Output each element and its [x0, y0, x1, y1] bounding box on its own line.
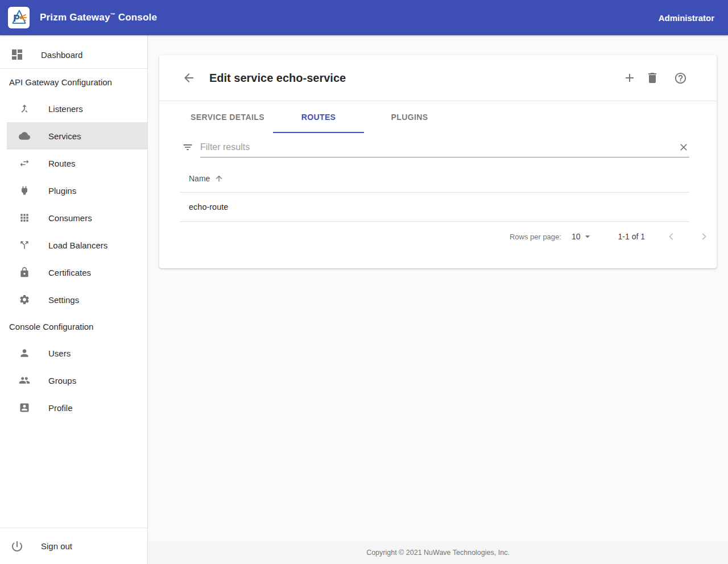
table-row[interactable]: echo-route — [180, 193, 689, 222]
pagination-bar: Rows per page: 10 1-1 of 1 — [180, 222, 711, 251]
plus-icon — [623, 71, 636, 85]
filter-field — [200, 136, 689, 157]
sidebar-item-groups[interactable]: Groups — [0, 367, 147, 394]
trash-icon — [646, 71, 659, 85]
sidebar-item-listeners[interactable]: Listeners — [0, 95, 147, 122]
sidebar-section-console-config: Console Configuration — [0, 313, 147, 339]
sidebar-item-routes[interactable]: Routes — [0, 150, 147, 177]
sidebar-item-label: Consumers — [48, 213, 92, 223]
swap-horiz-icon — [19, 157, 30, 169]
call-split-icon — [19, 239, 30, 251]
sidebar-item-label: Groups — [48, 376, 76, 385]
sidebar-item-label: Routes — [48, 159, 76, 168]
help-button[interactable] — [674, 72, 687, 85]
rows-per-page-select[interactable]: 10 — [572, 231, 593, 242]
prizm-logo-icon: P — [8, 7, 30, 28]
sidebar-item-label: Dashboard — [41, 50, 82, 60]
chevron-left-icon — [664, 230, 678, 243]
copyright-text: Copyright © 2021 NuWave Technologies, In… — [366, 549, 510, 557]
rows-per-page-label: Rows per page: — [510, 233, 561, 241]
sidebar-item-label: Listeners — [48, 104, 83, 114]
sidebar-item-load-balancers[interactable]: Load Balancers — [0, 231, 147, 259]
pagination-range-label: 1-1 of 1 — [618, 232, 645, 241]
sidebar-item-users[interactable]: Users — [0, 339, 147, 367]
page-title: Edit service echo-service — [209, 72, 346, 85]
power-icon — [10, 540, 24, 553]
help-icon — [674, 72, 687, 85]
sidebar-item-settings[interactable]: Settings — [0, 286, 147, 313]
arrow-drop-down-icon — [582, 231, 593, 242]
routes-table: Name echo-route — [180, 164, 689, 222]
filter-row — [182, 136, 689, 157]
cloud-icon — [19, 130, 30, 142]
svg-text:P: P — [13, 13, 19, 24]
sidebar-item-dashboard[interactable]: Dashboard — [0, 41, 147, 68]
sidebar-item-certificates[interactable]: Certificates — [0, 259, 147, 286]
add-route-button[interactable] — [623, 71, 636, 85]
call-merge-icon — [19, 103, 30, 114]
sidebar-item-label: Users — [48, 349, 71, 358]
sidebar-item-label: Settings — [48, 295, 79, 305]
sidebar-item-label: Certificates — [48, 268, 91, 277]
arrow-back-icon — [182, 71, 196, 85]
app-title: Prizm Gateway™ Console — [40, 12, 157, 23]
gear-icon — [19, 294, 30, 305]
sidebar-item-plugins[interactable]: Plugins — [0, 177, 147, 204]
column-header-name[interactable]: Name — [189, 174, 210, 183]
next-page-button[interactable] — [697, 230, 711, 243]
arrow-upward-icon[interactable] — [214, 174, 224, 183]
filter-list-icon — [182, 142, 193, 153]
sidebar-item-consumers[interactable]: Consumers — [0, 204, 147, 231]
chevron-right-icon — [697, 230, 711, 243]
sign-out-label: Sign out — [41, 541, 72, 551]
clear-filter-button[interactable] — [678, 142, 689, 153]
sidebar-item-label: Plugins — [48, 186, 76, 196]
table-header-row: Name — [180, 164, 689, 193]
current-user-label[interactable]: Administrator — [659, 13, 714, 23]
delete-service-button[interactable] — [646, 71, 659, 85]
sign-out-button[interactable]: Sign out — [0, 528, 147, 564]
back-button[interactable] — [182, 71, 196, 85]
filter-input[interactable] — [200, 142, 678, 152]
sidebar-item-label: Profile — [48, 403, 73, 413]
rows-per-page-value: 10 — [572, 232, 581, 241]
close-icon — [678, 142, 689, 153]
contact-card-icon — [19, 402, 30, 413]
tab-bar: SERVICE DETAILS ROUTES PLUGINS — [182, 101, 717, 133]
tab-plugins[interactable]: PLUGINS — [364, 101, 455, 133]
service-edit-card: Edit service echo-service SERVICE DETAIL… — [159, 55, 717, 268]
apps-grid-icon — [19, 212, 30, 223]
app-bar: P Prizm Gateway™ Console Administrator — [0, 0, 728, 35]
sidebar-item-label: Load Balancers — [48, 240, 107, 250]
previous-page-button[interactable] — [664, 230, 678, 243]
card-actions — [623, 71, 687, 85]
sidebar-section-api-gateway: API Gateway Configuration — [0, 69, 147, 95]
tab-service-details[interactable]: SERVICE DETAILS — [182, 101, 273, 133]
dashboard-icon — [10, 48, 24, 61]
person-icon — [19, 347, 30, 359]
lock-icon — [19, 267, 30, 278]
sidebar-nav: Dashboard API Gateway Configuration List… — [0, 35, 148, 564]
sidebar-item-label: Services — [48, 131, 81, 141]
plug-icon — [19, 185, 30, 196]
sidebar-item-services[interactable]: Services — [7, 122, 147, 150]
sidebar-item-profile[interactable]: Profile — [0, 394, 147, 421]
route-name-cell: echo-route — [189, 202, 228, 212]
main-content: Edit service echo-service SERVICE DETAIL… — [148, 35, 728, 564]
tab-routes[interactable]: ROUTES — [273, 101, 364, 133]
copyright-footer: Copyright © 2021 NuWave Technologies, In… — [148, 541, 728, 564]
people-icon — [19, 375, 30, 386]
card-header: Edit service echo-service — [159, 55, 717, 101]
